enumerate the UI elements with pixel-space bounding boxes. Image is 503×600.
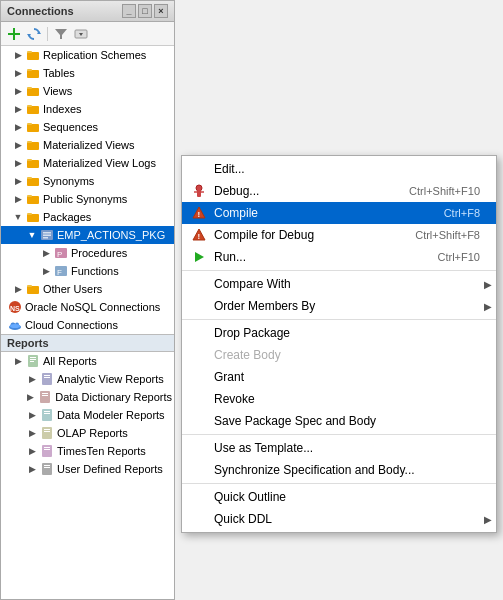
tree-label-mat-views: Materialized Views: [43, 139, 135, 151]
refresh-btn[interactable]: [25, 25, 43, 43]
tree-item-views[interactable]: ▶ Views: [1, 82, 174, 100]
connections-tree: ▶ Replication Schemes ▶ Tables ▶ Views ▶: [1, 46, 174, 599]
tree-item-mat-view-logs[interactable]: ▶ Materialized View Logs: [1, 154, 174, 172]
tree-label-packages: Packages: [43, 211, 91, 223]
expand-icon-data-dict: ▶: [23, 390, 37, 404]
connections-toolbar: [1, 22, 174, 46]
panel-header: Connections _ □ ×: [1, 1, 174, 22]
svg-rect-26: [27, 213, 32, 215]
tree-item-packages[interactable]: ▼ Packages: [1, 208, 174, 226]
tree-item-olap-reports[interactable]: ▶ OLAP Reports: [1, 424, 174, 442]
connections-panel: Connections _ □ ×: [0, 0, 175, 600]
expand-icon-analytic: ▶: [25, 372, 39, 386]
tree-label-synonyms: Synonyms: [43, 175, 94, 187]
svg-text:NS: NS: [10, 305, 20, 312]
folder-icon-other-users: [25, 281, 41, 297]
panel-minimize-btn[interactable]: _: [122, 4, 136, 18]
panel-maximize-btn[interactable]: □: [138, 4, 152, 18]
svg-rect-29: [43, 235, 51, 237]
tree-item-public-synonyms[interactable]: ▶ Public Synonyms: [1, 190, 174, 208]
tree-item-data-dictionary-reports[interactable]: ▶ Data Dictionary Reports: [1, 388, 174, 406]
menu-item-edit[interactable]: Edit...: [182, 158, 496, 180]
tree-item-analytic-view-reports[interactable]: ▶ Analytic View Reports: [1, 370, 174, 388]
menu-item-order-members-by[interactable]: Order Members By ▶: [182, 295, 496, 317]
expand-icon-public-synonyms: ▶: [11, 192, 25, 206]
menu-item-save-package[interactable]: Save Package Spec and Body: [182, 410, 496, 432]
svg-rect-51: [42, 393, 48, 394]
tree-label-data-dictionary-reports: Data Dictionary Reports: [55, 391, 172, 403]
tree-label-replication: Replication Schemes: [43, 49, 146, 61]
svg-rect-47: [42, 373, 52, 385]
tree-item-data-modeler-reports[interactable]: ▶ Data Modeler Reports: [1, 406, 174, 424]
menu-label-debug: Debug...: [214, 184, 389, 198]
svg-rect-52: [42, 395, 48, 396]
tree-label-cloud: Cloud Connections: [25, 319, 118, 331]
menu-item-drop-package[interactable]: Drop Package: [182, 322, 496, 344]
tree-label-timesten-reports: TimesTen Reports: [57, 445, 146, 457]
compile-debug-icon: !: [190, 226, 208, 244]
add-connection-btn[interactable]: [5, 25, 23, 43]
menu-label-save-package: Save Package Spec and Body: [214, 414, 480, 428]
tree-item-user-defined-reports[interactable]: ▶ User Defined Reports: [1, 460, 174, 478]
tree-item-mat-views[interactable]: ▶ Materialized Views: [1, 136, 174, 154]
tree-item-functions[interactable]: ▶ F Functions: [1, 262, 174, 280]
svg-text:!: !: [198, 210, 201, 219]
svg-rect-23: [27, 196, 39, 204]
report-icon-olap: [39, 425, 55, 441]
svg-marker-4: [55, 29, 67, 39]
arrow-icon-order: ▶: [484, 301, 492, 312]
menu-item-synchronize[interactable]: Synchronize Specification and Body...: [182, 459, 496, 481]
tree-label-oracle-nosql: Oracle NoSQL Connections: [25, 301, 160, 313]
svg-rect-46: [30, 361, 34, 362]
svg-rect-21: [27, 178, 39, 186]
expand-icon-data-modeler: ▶: [25, 408, 39, 422]
tree-item-tables[interactable]: ▶ Tables: [1, 64, 174, 82]
menu-item-grant[interactable]: Grant: [182, 366, 496, 388]
quick-outline-icon: [190, 488, 208, 506]
tree-label-other-users: Other Users: [43, 283, 102, 295]
svg-rect-60: [44, 447, 50, 448]
svg-rect-17: [27, 142, 39, 150]
tree-item-indexes[interactable]: ▶ Indexes: [1, 100, 174, 118]
tree-item-timesten-reports[interactable]: ▶ TimesTen Reports: [1, 442, 174, 460]
menu-item-compile[interactable]: ! Compile Ctrl+F8: [182, 202, 496, 224]
menu-item-compile-for-debug[interactable]: ! Compile for Debug Ctrl+Shift+F8: [182, 224, 496, 246]
tree-item-sequences[interactable]: ▶ Sequences: [1, 118, 174, 136]
svg-rect-59: [42, 445, 52, 457]
svg-text:F: F: [57, 268, 62, 277]
tree-item-all-reports[interactable]: ▶ All Reports: [1, 352, 174, 370]
menu-label-drop-package: Drop Package: [214, 326, 480, 340]
menu-item-run[interactable]: Run... Ctrl+F10: [182, 246, 496, 268]
svg-rect-11: [27, 88, 39, 96]
svg-rect-28: [43, 232, 51, 234]
tree-item-replication-schemes[interactable]: ▶ Replication Schemes: [1, 46, 174, 64]
expand-icon-views: ▶: [11, 84, 25, 98]
filter-btn[interactable]: [52, 25, 70, 43]
menu-item-compare-with[interactable]: Compare With ▶: [182, 273, 496, 295]
menu-item-quick-outline[interactable]: Quick Outline: [182, 486, 496, 508]
tree-item-procedures[interactable]: ▶ P Procedures: [1, 244, 174, 262]
tree-item-cloud[interactable]: Cloud Connections: [1, 316, 174, 334]
expand-icon-olap: ▶: [25, 426, 39, 440]
svg-rect-64: [44, 467, 50, 468]
reports-section-label: Reports: [1, 334, 174, 352]
panel-close-btn[interactable]: ×: [154, 4, 168, 18]
template-icon: [190, 439, 208, 457]
menu-item-revoke[interactable]: Revoke: [182, 388, 496, 410]
expand-icon-indexes: ▶: [11, 102, 25, 116]
menu-item-debug[interactable]: Debug... Ctrl+Shift+F10: [182, 180, 496, 202]
save-package-icon: [190, 412, 208, 430]
tree-label-tables: Tables: [43, 67, 75, 79]
tree-item-oracle-nosql[interactable]: NS Oracle NoSQL Connections: [1, 298, 174, 316]
drop-icon: [190, 324, 208, 342]
menu-item-quick-ddl[interactable]: Quick DDL ▶: [182, 508, 496, 530]
tree-item-emp-actions-pkg[interactable]: ▼ EMP_ACTIONS_PKG: [1, 226, 174, 244]
svg-rect-9: [27, 70, 39, 78]
schema-dropdown-btn[interactable]: [72, 25, 90, 43]
expand-icon-timesten: ▶: [25, 444, 39, 458]
report-icon-data-modeler: [39, 407, 55, 423]
tree-item-synonyms[interactable]: ▶ Synonyms: [1, 172, 174, 190]
tree-item-other-users[interactable]: ▶ Other Users: [1, 280, 174, 298]
folder-icon-synonyms: [25, 173, 41, 189]
menu-item-use-as-template[interactable]: Use as Template...: [182, 437, 496, 459]
